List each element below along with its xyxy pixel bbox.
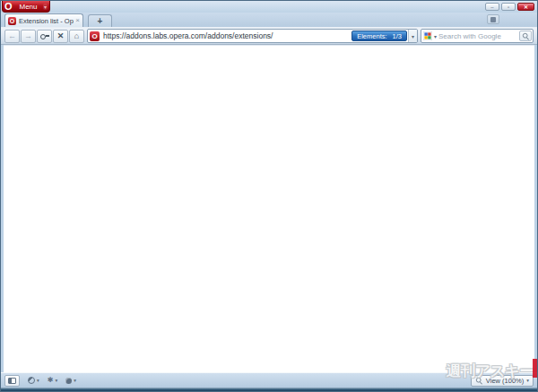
tab-bar: O Extension list - Oper... × + [1, 13, 537, 27]
magnifier-icon [476, 377, 482, 383]
site-security-badge-icon[interactable]: O [90, 31, 100, 41]
opera-unite-button[interactable]: ✱ ▾ [48, 377, 57, 384]
panels-icon [8, 378, 16, 384]
stop-button[interactable]: ✕ [53, 30, 68, 43]
url-input[interactable] [103, 31, 351, 40]
loading-progress-badge: Elements: 1/3 [351, 30, 407, 41]
back-button[interactable]: ← [4, 30, 20, 43]
chevron-down-icon: ▾ [412, 33, 414, 39]
search-input[interactable] [438, 32, 517, 40]
status-bar: ▾ ✱ ▾ ▾ View (100%) ▾ [1, 372, 537, 388]
back-icon: ← [8, 32, 16, 40]
forward-icon: → [24, 32, 32, 40]
opera-logo-icon: O [4, 2, 13, 12]
tab-extension-list[interactable]: O Extension list - Oper... × [4, 13, 83, 27]
search-engine-dropdown[interactable]: ▾ [434, 33, 437, 39]
globe-icon [65, 378, 72, 384]
home-button[interactable]: ⌂ [69, 30, 84, 43]
close-window-button[interactable]: ✕ [517, 3, 534, 11]
home-icon: ⌂ [74, 32, 79, 40]
chevron-down-icon: ▾ [526, 378, 529, 383]
window-controls: – ▫ ✕ [485, 3, 534, 11]
titlebar: O Menu ▾ – ▫ ✕ [1, 1, 537, 13]
elements-value: 1/3 [393, 32, 402, 40]
rewind-button[interactable] [37, 30, 52, 43]
plus-icon: + [98, 17, 103, 26]
zoom-view-button[interactable]: View (100%) ▾ [471, 375, 534, 387]
search-icon [522, 32, 528, 39]
menu-label: Menu [13, 3, 43, 11]
tab-close-icon[interactable]: × [75, 17, 80, 24]
search-field[interactable]: ▾ [421, 29, 534, 43]
opera-link-button[interactable]: ▾ [65, 378, 76, 384]
opera-favicon-icon: O [8, 17, 16, 25]
rewind-icon [40, 32, 49, 39]
opera-turbo-button[interactable]: ▾ [28, 377, 39, 384]
address-bar[interactable]: O Elements: 1/3 ▾ [87, 29, 418, 43]
closed-tabs-icon [490, 17, 496, 22]
tab-title: Extension list - Oper... [19, 17, 74, 25]
chevron-down-icon: ▾ [37, 378, 39, 383]
navigation-toolbar: ← → ✕ ⌂ O Elements: 1/3 ▾ [1, 27, 537, 45]
new-tab-button[interactable]: + [88, 14, 112, 27]
chevron-down-icon: ▾ [55, 378, 57, 383]
stop-icon: ✕ [57, 32, 65, 40]
search-go-button[interactable] [519, 30, 532, 41]
elements-label: Elements: [357, 32, 386, 40]
zoom-level-label: View (100%) [486, 377, 524, 385]
chevron-down-icon: ▾ [43, 4, 48, 10]
turbo-gauge-icon [28, 377, 35, 384]
page-content [4, 45, 534, 372]
browser-window: O Menu ▾ – ▫ ✕ O Extension list - Oper..… [0, 0, 538, 392]
panels-toggle-button[interactable] [4, 375, 20, 387]
unite-icon: ✱ [48, 377, 54, 384]
chevron-down-icon: ▾ [74, 378, 76, 383]
closed-tabs-button[interactable] [487, 14, 499, 24]
address-dropdown-button[interactable]: ▾ [408, 29, 417, 43]
window-bottom-frame [1, 388, 537, 391]
google-icon [423, 31, 432, 40]
forward-button[interactable]: → [21, 30, 36, 43]
minimize-button[interactable]: – [485, 3, 499, 11]
maximize-button[interactable]: ▫ [501, 3, 516, 11]
opera-menu-button[interactable]: O Menu ▾ [2, 1, 50, 13]
